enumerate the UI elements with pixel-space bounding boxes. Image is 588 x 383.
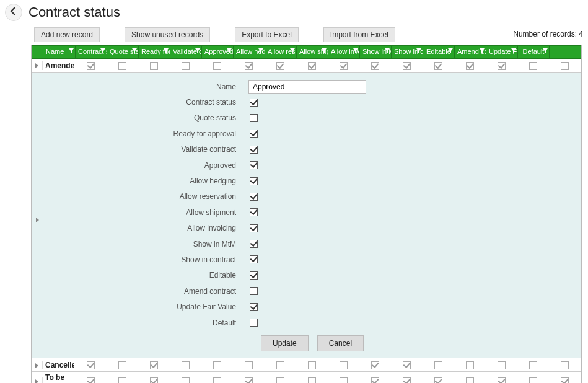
checkbox-icon — [403, 377, 411, 383]
form-checkbox[interactable] — [250, 161, 258, 169]
form-checkbox[interactable] — [250, 255, 258, 263]
column-header[interactable]: Name — [43, 46, 76, 58]
filter-icon[interactable] — [322, 48, 327, 53]
chevron-right-icon — [35, 379, 38, 383]
checkbox-icon — [245, 361, 253, 369]
filter-icon[interactable] — [511, 48, 516, 53]
row-checkbox-cell — [423, 361, 454, 369]
checkbox-icon — [245, 377, 253, 383]
column-header-label: Editable — [426, 48, 451, 55]
form-checkbox[interactable] — [250, 271, 258, 280]
filter-icon[interactable] — [290, 48, 295, 53]
form-checkbox[interactable] — [250, 114, 258, 122]
row-checkbox-cell — [359, 361, 391, 369]
filter-icon[interactable] — [258, 48, 263, 53]
row-checkbox-cell — [75, 361, 107, 369]
form-checkbox[interactable] — [250, 224, 258, 232]
column-header[interactable]: Amend contract — [455, 46, 486, 58]
checkbox-icon — [466, 377, 474, 383]
form-checkbox[interactable] — [250, 240, 258, 248]
name-input[interactable] — [248, 80, 366, 94]
column-header[interactable]: Allow shipment — [297, 46, 328, 58]
form-checkbox[interactable] — [250, 303, 258, 311]
form-row: Contract status — [32, 94, 581, 110]
column-header-label: Default — [523, 48, 545, 55]
row-checkbox-cell — [233, 61, 265, 69]
row-expander[interactable] — [32, 361, 43, 369]
column-header[interactable]: Approved — [202, 46, 234, 58]
row-checkbox-cell — [328, 377, 359, 383]
row-expander[interactable] — [32, 215, 43, 224]
checkbox-icon — [87, 377, 95, 383]
row-name: Cancelled — [43, 361, 75, 369]
table-row[interactable]: Amended — [32, 59, 581, 73]
column-header[interactable]: Ready for approval — [139, 46, 170, 58]
import-excel-button[interactable]: Import from Excel — [323, 27, 395, 42]
column-header[interactable] — [32, 46, 43, 58]
row-checkbox-cell — [138, 61, 170, 69]
filter-icon[interactable] — [385, 48, 390, 53]
column-header[interactable]: Allow reservation — [265, 46, 297, 58]
form-checkbox[interactable] — [250, 177, 258, 185]
table-row[interactable]: To be approved — [32, 372, 581, 383]
row-checkbox-cell — [201, 377, 233, 383]
checkbox-icon — [403, 62, 411, 70]
row-checkbox-cell — [75, 377, 107, 383]
row-name: Amended — [43, 61, 75, 70]
checkbox-icon — [276, 62, 284, 70]
column-header[interactable]: Update Fair — [486, 46, 518, 58]
filter-icon[interactable] — [195, 48, 200, 53]
row-checkbox-cell — [328, 61, 359, 69]
form-checkbox[interactable] — [250, 130, 258, 138]
filter-icon[interactable] — [164, 48, 169, 53]
form-row: Update Fair Value — [32, 299, 581, 314]
table-row[interactable]: Cancelled — [32, 358, 581, 372]
filter-icon[interactable] — [416, 48, 421, 53]
column-header[interactable]: Default — [518, 46, 550, 58]
row-expander[interactable] — [32, 377, 43, 383]
cancel-button[interactable]: Cancel — [317, 335, 364, 351]
checkbox-icon — [529, 361, 537, 369]
column-header[interactable]: Show in contract — [392, 46, 423, 58]
row-checkbox-cell — [517, 361, 549, 369]
column-header[interactable]: Editable — [423, 46, 455, 58]
column-header[interactable]: Show in MtM — [360, 46, 392, 58]
row-checkbox-cell — [170, 361, 201, 369]
filter-icon[interactable] — [543, 48, 548, 53]
row-checkbox-cell — [107, 377, 138, 383]
row-checkbox-cell — [107, 61, 138, 69]
form-checkbox[interactable] — [250, 146, 258, 154]
column-header[interactable]: Validate contract — [170, 46, 202, 58]
export-excel-button[interactable]: Export to Excel — [235, 27, 299, 42]
filter-icon[interactable] — [132, 48, 137, 53]
row-checkbox-cell — [107, 361, 138, 369]
filter-icon[interactable] — [227, 48, 232, 53]
form-checkbox[interactable] — [250, 99, 258, 107]
toolbar: Add new record Show unused records Expor… — [0, 27, 588, 45]
column-header[interactable]: Quote status — [107, 46, 139, 58]
update-button[interactable]: Update — [261, 335, 309, 351]
form-checkbox[interactable] — [250, 208, 258, 216]
add-record-button[interactable]: Add new record — [34, 27, 100, 42]
filter-icon[interactable] — [353, 48, 358, 53]
row-checkbox-cell — [201, 361, 233, 369]
row-expander[interactable] — [32, 61, 43, 70]
checkbox-icon — [213, 377, 221, 383]
form-checkbox[interactable] — [250, 287, 258, 295]
filter-icon[interactable] — [100, 48, 105, 53]
column-header[interactable]: Contract status — [76, 46, 107, 58]
filter-icon[interactable] — [69, 48, 74, 53]
filter-icon[interactable] — [480, 48, 485, 53]
checkbox-icon — [434, 62, 442, 70]
form-checkbox[interactable] — [250, 193, 258, 201]
back-button[interactable] — [5, 4, 22, 21]
show-unused-button[interactable]: Show unused records — [125, 27, 210, 42]
column-header[interactable]: Allow invoicing — [328, 46, 360, 58]
checkbox-icon — [340, 361, 348, 369]
chevron-right-icon — [36, 218, 39, 222]
filter-icon[interactable] — [448, 48, 453, 53]
column-header[interactable]: Allow hedging — [234, 46, 265, 58]
form-checkbox[interactable] — [250, 319, 258, 327]
checkbox-icon — [213, 361, 221, 369]
record-count-label: Number of records: 4 — [513, 30, 583, 38]
